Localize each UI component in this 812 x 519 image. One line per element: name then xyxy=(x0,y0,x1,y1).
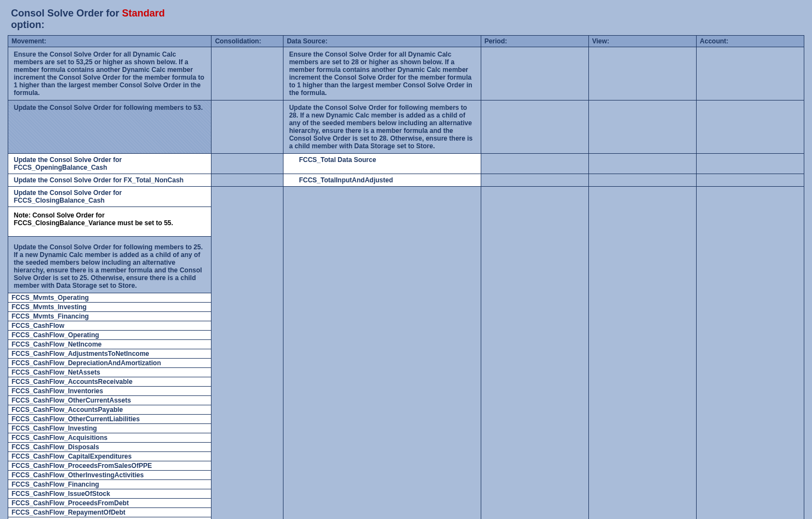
datasource-update28: Update the Consol Solve Order for follow… xyxy=(283,101,481,154)
empty-cell xyxy=(588,101,696,154)
movement-fx: Update the Consol Solve Order for FX_Tot… xyxy=(8,174,212,187)
member-cell: FCCS_CashFlow_OtherCurrentAssets xyxy=(8,396,212,405)
member-cell: FCCS_CashFlow_ProceedsFromDebt xyxy=(8,499,212,508)
empty-cell xyxy=(588,154,696,174)
empty-cell xyxy=(212,101,283,154)
empty-cell xyxy=(696,101,804,154)
member-cell: FCCS_CashFlow_NetAssets xyxy=(8,368,212,377)
empty-cell xyxy=(212,47,283,101)
title-suffix: option: xyxy=(11,19,45,30)
member-cell: FCCS_CashFlow_Financing xyxy=(8,480,212,489)
header-row: Movement: Consolidation: Data Source: Pe… xyxy=(8,36,804,47)
intro-row: Ensure the Consol Solve Order for all Dy… xyxy=(8,47,804,101)
member-cell: FCCS_CashFlow_AdjustmentsToNetIncome xyxy=(8,349,212,359)
movement-update53: Update the Consol Solve Order for follow… xyxy=(8,101,212,154)
member-cell: FCCS_CashFlow_AccountsReceivable xyxy=(8,377,212,387)
empty-cell xyxy=(481,187,588,520)
movement-note: Note: Consol Solve Order for FCCS_Closin… xyxy=(8,207,212,237)
header-movement: Movement: xyxy=(8,36,212,47)
movement-update25: Update the Consol Solve Order for follow… xyxy=(8,237,212,293)
datasource-totalds: FCCS_Total Data Source xyxy=(283,154,481,174)
member-cell: FCCS_CashFlow_Operating xyxy=(8,331,212,340)
white-row-1: Update the Consol Solve Order for FCCS_O… xyxy=(8,154,804,174)
empty-cell xyxy=(212,187,283,520)
empty-cell xyxy=(481,47,588,101)
member-cell: FCCS_CashFlow_RepaymentOfDebt xyxy=(8,508,212,517)
member-cell: FCCS_CashFlow_DepreciationAndAmortizatio… xyxy=(8,359,212,368)
empty-cell xyxy=(588,47,696,101)
member-cell: FCCS_CashFlow_ProceedsFromSalesOfPPE xyxy=(8,461,212,471)
empty-cell xyxy=(588,174,696,187)
title-prefix: Consol Solve Order for xyxy=(11,8,122,19)
empty-cell xyxy=(283,187,481,520)
empty-cell xyxy=(481,101,588,154)
datasource-intro: Ensure the Consol Solve Order for all Dy… xyxy=(283,47,481,101)
empty-cell xyxy=(696,47,804,101)
empty-cell xyxy=(212,154,283,174)
header-view: View: xyxy=(588,36,696,47)
member-cell: FCCS_Mvmts_Operating xyxy=(8,293,212,303)
empty-cell xyxy=(481,174,588,187)
member-cell: FCCS_Mvmts_Financing xyxy=(8,312,212,321)
member-cell: FCCS_CashFlow_OtherCurrentLiabilities xyxy=(8,415,212,424)
update-row-1: Update the Consol Solve Order for follow… xyxy=(8,101,804,154)
solve-order-table: Movement: Consolidation: Data Source: Pe… xyxy=(8,35,804,519)
header-consolidation: Consolidation: xyxy=(212,36,283,47)
empty-cell xyxy=(212,174,283,187)
member-cell: FCCS_CashFlow_CapitalExpenditures xyxy=(8,452,212,461)
empty-cell xyxy=(588,187,696,520)
white-row-2: Update the Consol Solve Order for FX_Tot… xyxy=(8,174,804,187)
movement-closing: Update the Consol Solve Order for FCCS_C… xyxy=(8,187,212,207)
member-cell: FCCS_CashFlow_IssueOfStock xyxy=(8,489,212,499)
header-account: Account: xyxy=(696,36,804,47)
movement-opening: Update the Consol Solve Order for FCCS_O… xyxy=(8,154,212,174)
member-cell: FCCS_CashFlow_OtherInvestingActivities xyxy=(8,471,212,480)
header-period: Period: xyxy=(481,36,588,47)
datasource-totalinputadj: FCCS_TotalInputAndAdjusted xyxy=(283,174,481,187)
title-standard: Standard xyxy=(122,8,165,19)
member-cell: FCCS_CashFlow_Disposals xyxy=(8,443,212,452)
header-datasource: Data Source: xyxy=(283,36,481,47)
page-title: Consol Solve Order for Standard option: xyxy=(11,8,801,31)
member-cell: FCCS_Mvmts_Investing xyxy=(8,303,212,312)
member-cell: FCCS_CashFlow_OtherFinancingActivities xyxy=(8,517,212,520)
empty-cell xyxy=(696,154,804,174)
member-cell: FCCS_CashFlow_Inventories xyxy=(8,387,212,396)
member-cell: FCCS_CashFlow_Investing xyxy=(8,424,212,433)
member-cell: FCCS_CashFlow_NetIncome xyxy=(8,340,212,349)
member-cell: FCCS_CashFlow_AccountsPayable xyxy=(8,405,212,415)
member-cell: FCCS_CashFlow xyxy=(8,321,212,331)
empty-cell xyxy=(696,187,804,520)
member-cell: FCCS_CashFlow_Acquisitions xyxy=(8,433,212,443)
empty-cell xyxy=(481,154,588,174)
movement-intro: Ensure the Consol Solve Order for all Dy… xyxy=(8,47,212,101)
empty-cell xyxy=(696,174,804,187)
white-row-3: Update the Consol Solve Order for FCCS_C… xyxy=(8,187,804,207)
